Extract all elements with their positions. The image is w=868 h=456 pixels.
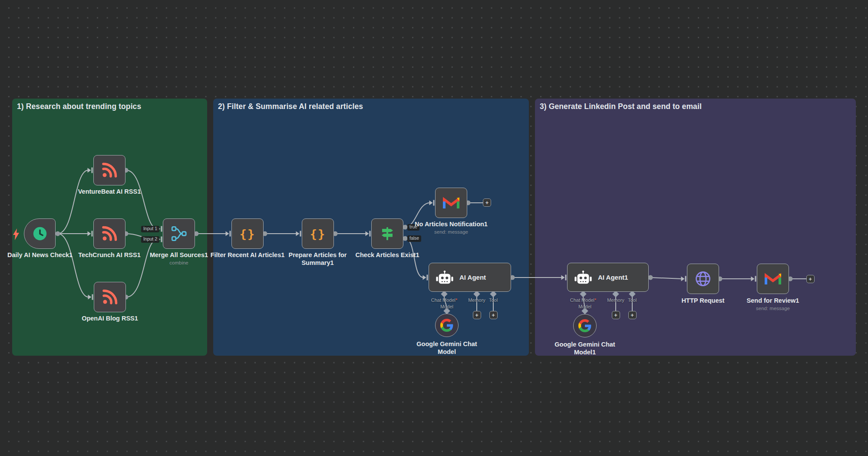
node-ai-agent[interactable]: AI Agent <box>429 263 511 292</box>
merge-icon <box>171 225 187 242</box>
gmail-icon <box>764 272 782 286</box>
node-ai-agent1[interactable]: AI Agent1 <box>567 263 649 292</box>
input-port[interactable] <box>561 275 567 281</box>
add-tool-button[interactable]: + <box>489 311 498 319</box>
add-node-button[interactable]: + <box>806 275 815 283</box>
google-icon <box>440 319 453 332</box>
code-icon: {} <box>310 227 326 241</box>
node-techcrunch-rss[interactable] <box>93 218 125 249</box>
node-filter-recent-articles[interactable]: {} <box>231 218 264 249</box>
add-memory-button[interactable]: + <box>473 311 481 319</box>
input-port[interactable] <box>366 231 371 237</box>
node-openai-blog-rss[interactable] <box>94 282 126 312</box>
globe-icon <box>694 270 712 287</box>
node-google-gemini-chat-model[interactable] <box>435 314 459 337</box>
code-icon: {} <box>240 227 256 241</box>
input-port[interactable] <box>296 231 301 237</box>
add-tool-button[interactable]: + <box>628 311 637 319</box>
output-port[interactable] <box>648 275 653 280</box>
if-icon <box>380 226 395 241</box>
node-http-request[interactable] <box>687 264 719 294</box>
rss-icon <box>101 162 118 179</box>
add-node-button[interactable]: + <box>483 198 491 207</box>
robot-icon <box>574 270 593 285</box>
output-port[interactable] <box>403 236 408 241</box>
workflow-canvas[interactable]: 1) Research about trending topics 2) Fil… <box>0 0 868 456</box>
input-port[interactable] <box>157 237 162 242</box>
node-no-articles-notification[interactable] <box>435 188 467 218</box>
input-port[interactable] <box>226 231 231 237</box>
input-port[interactable] <box>157 226 162 232</box>
output-port[interactable] <box>56 231 60 236</box>
google-icon <box>578 319 591 332</box>
input-port[interactable] <box>88 168 93 173</box>
lightning-icon <box>13 228 19 240</box>
diamond-port[interactable] <box>581 307 588 314</box>
rss-icon <box>101 225 118 242</box>
node-check-articles-exist[interactable] <box>371 218 403 249</box>
input-port[interactable] <box>88 231 93 237</box>
gmail-icon <box>442 196 460 210</box>
node-label: AI Agent <box>459 274 486 281</box>
output-port[interactable] <box>403 225 408 230</box>
input-port[interactable] <box>88 294 93 300</box>
node-send-for-review[interactable] <box>757 264 789 294</box>
clock-icon <box>32 225 48 242</box>
input-port[interactable] <box>681 276 686 282</box>
robot-icon <box>435 270 454 285</box>
node-prepare-articles[interactable]: {} <box>302 218 334 249</box>
node-merge-all-sources[interactable] <box>163 218 195 249</box>
node-google-gemini-chat-model1[interactable] <box>573 314 597 337</box>
node-daily-ai-news-check[interactable] <box>24 218 56 249</box>
rss-icon <box>101 288 119 306</box>
input-port[interactable] <box>423 275 428 281</box>
add-memory-button[interactable]: + <box>612 311 620 319</box>
node-venturebeat-rss[interactable] <box>93 155 125 185</box>
input-port[interactable] <box>429 200 435 206</box>
input-port[interactable] <box>751 276 756 282</box>
connections-layer <box>0 0 868 456</box>
node-label: AI Agent1 <box>598 274 628 281</box>
